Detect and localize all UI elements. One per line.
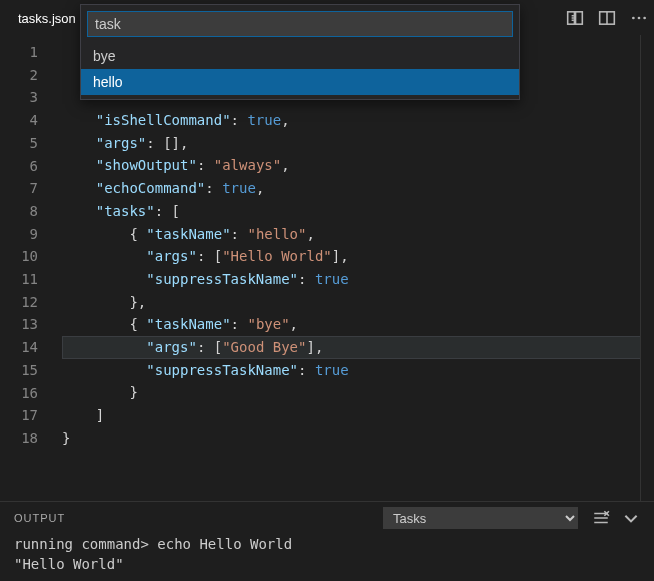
code-line[interactable]: "suppressTaskName": true xyxy=(62,359,654,382)
code-line[interactable]: "suppressTaskName": true xyxy=(62,268,654,291)
output-line: running command> echo Hello World xyxy=(14,534,640,554)
code-line[interactable]: "args": [], xyxy=(62,132,654,155)
code-line[interactable]: "args": ["Hello World"], xyxy=(62,245,654,268)
palette-item-bye[interactable]: bye xyxy=(81,43,519,69)
code-line[interactable]: "echoCommand": true, xyxy=(62,177,654,200)
code-line[interactable]: "showOutput": "always", xyxy=(62,154,654,177)
more-icon[interactable] xyxy=(630,9,648,27)
command-palette-list: byehello xyxy=(81,43,519,99)
split-compare-icon[interactable] xyxy=(566,9,584,27)
svg-point-5 xyxy=(638,16,641,19)
code-line[interactable]: "tasks": [ xyxy=(62,200,654,223)
clear-output-icon[interactable] xyxy=(592,509,610,527)
tab-title: tasks.json xyxy=(18,11,76,26)
collapse-panel-icon[interactable] xyxy=(622,509,640,527)
output-channel-select[interactable]: Tasks xyxy=(383,507,578,529)
code-content[interactable]: "isShellCommand": true, "args": [], "sho… xyxy=(62,35,654,501)
command-palette-input[interactable] xyxy=(87,11,513,37)
output-panel: OUTPUT Tasks running command> echo Hello… xyxy=(0,501,654,581)
panel-title: OUTPUT xyxy=(14,512,65,524)
command-palette: byehello xyxy=(80,4,520,100)
code-editor[interactable]: 123456789101112131415161718 "isShellComm… xyxy=(0,35,654,501)
split-editor-icon[interactable] xyxy=(598,9,616,27)
output-body[interactable]: running command> echo Hello World"Hello … xyxy=(0,534,654,581)
svg-point-6 xyxy=(643,16,646,19)
svg-point-4 xyxy=(632,16,635,19)
code-line[interactable]: } xyxy=(62,427,654,450)
code-line[interactable]: { "taskName": "hello", xyxy=(62,223,654,246)
line-number-gutter: 123456789101112131415161718 xyxy=(0,35,62,501)
code-line[interactable]: ] xyxy=(62,404,654,427)
output-line: "Hello World" xyxy=(14,554,640,574)
code-line[interactable]: } xyxy=(62,381,654,404)
code-line[interactable]: "args": ["Good Bye"], xyxy=(62,336,654,359)
code-line[interactable]: }, xyxy=(62,291,654,314)
vertical-scrollbar[interactable] xyxy=(640,35,654,501)
svg-rect-1 xyxy=(576,11,583,23)
code-line[interactable]: "isShellCommand": true, xyxy=(62,109,654,132)
code-line[interactable]: { "taskName": "bye", xyxy=(62,313,654,336)
palette-item-hello[interactable]: hello xyxy=(81,69,519,95)
